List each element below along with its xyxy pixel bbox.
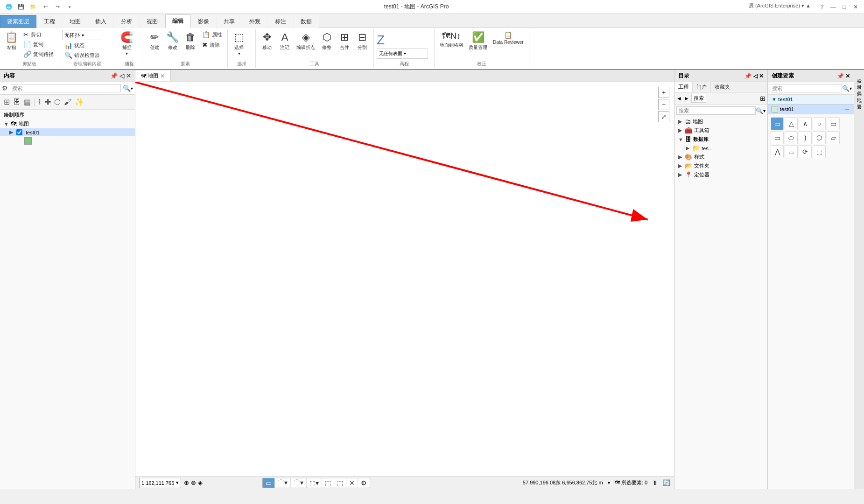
cf-group-test01[interactable]: ▼ test01 [768,95,854,105]
surface-dropdown[interactable]: 无任何表面 ▾ [377,49,428,59]
cf-arrow-icon[interactable]: → [843,105,850,113]
cf-tool-rect2[interactable]: ▭ [827,117,840,130]
cf-tool-ellipse[interactable]: ⬭ [785,131,798,144]
rsp-feature-btn[interactable]: 要素 [855,98,864,104]
catalog-tab-project[interactable]: 工程 [674,82,693,92]
rsp-geo-btn[interactable]: 地理 [855,91,864,97]
coord-dropdown[interactable]: ▾ [608,480,610,485]
save-btn[interactable]: 💾 [16,2,26,12]
catalog-pin-btn[interactable]: 📌 [745,73,752,79]
catalog-item-locator[interactable]: ▶ 📍 定位器 [674,170,767,179]
draw-select1-btn[interactable]: ⬚ [322,478,334,488]
cf-tool-freehand[interactable]: ⟳ [799,145,812,158]
clear-btn[interactable]: ✖ 清除 [200,40,225,49]
tab-feature-layer[interactable]: 要素图层 [0,15,36,28]
catalog-search-btn[interactable]: 搜索 [691,94,706,103]
tb-filter-icon[interactable]: ▦ [23,97,32,107]
layer-expand-test01[interactable]: ▶ [9,129,13,135]
minimize-btn[interactable]: — [829,2,838,12]
snap-btn[interactable]: 🧲 捕捉 ▾ [118,30,135,59]
tb-polygon-icon[interactable]: ⬡ [53,97,62,107]
tab-analysis[interactable]: 分析 [114,15,139,28]
tab-project[interactable]: 工程 [37,15,62,28]
draw-clear-btn[interactable]: ✕ [346,478,358,488]
tab-share[interactable]: 共享 [217,15,242,28]
select-dropdown-arrow[interactable]: ▾ [238,51,240,56]
extent-btn[interactable]: ⤢ [658,111,669,122]
close-panel-btn[interactable]: ✕ [126,72,131,79]
tab-label[interactable]: 标注 [268,15,293,28]
pin-btn[interactable]: 📌 [110,72,118,79]
draw-curve-btn[interactable]: ⌒▾ [291,478,307,488]
catalog-item-toolbox[interactable]: ▶ 🧰 工具箱 [674,126,767,135]
filter-icon[interactable]: ⚙ [2,84,8,92]
open-btn[interactable]: 📁 [28,2,38,12]
rsp-attr-btn[interactable]: 属性 [855,85,864,91]
scale-nav-btn1[interactable]: ⊕ [184,479,189,486]
draw-polygon-btn[interactable]: ▭ [263,478,275,488]
cf-tool-curve[interactable]: ) [799,131,812,144]
modify-feature-btn[interactable]: 🔧 修改 [164,30,181,59]
catalog-item-folder[interactable]: ▶ 📂 文件夹 [674,161,767,170]
scale-nav-btn2[interactable]: ⊗ [191,479,196,486]
copy-btn[interactable]: 📄 复制 [21,40,56,49]
move-btn[interactable]: ✥ 移动 [259,30,275,59]
catalog-item-tes[interactable]: ▶ 📁 tes... [674,144,767,153]
tb-wand-icon[interactable]: ✨ [74,97,85,107]
catalog-item-map[interactable]: ▶ 🗂 地图 [674,117,767,126]
map-tab-close[interactable]: ✕ [160,73,165,79]
catalog-tab-favorites[interactable]: 收藏夹 [711,82,734,92]
catalog-search-icon[interactable]: 🔍 [756,107,763,114]
catalog-view-btn[interactable]: ⊞ [760,95,766,102]
scale-display[interactable]: 1:162,111,765 ▾ [139,478,181,488]
tb-db-icon[interactable]: 🗄 [12,97,21,107]
undo-btn[interactable]: ↩ [40,2,50,12]
rsp-search-btn[interactable]: 搜索 [855,72,864,77]
cf-tool-rect3[interactable]: ▭ [771,131,784,144]
delete-feature-btn[interactable]: 🗑 删除 [182,30,199,59]
cf-pin-btn[interactable]: 📌 [837,73,844,79]
cf-tool-rect[interactable]: ▭ [771,117,784,130]
maximize-btn[interactable]: □ [840,2,849,12]
topology-dropdown[interactable]: 无拓扑 ▾ [62,30,102,40]
cf-item-test01[interactable]: test01 → [768,105,854,114]
map-canvas[interactable]: + − ⤢ [135,82,674,476]
cf-tool-poly2[interactable]: ▱ [827,131,840,144]
catalog-search-dropdown[interactable]: ▾ [763,108,766,113]
catalog-back-btn[interactable]: ◄ [676,95,682,102]
catalog-close-btn[interactable]: ✕ [759,73,764,79]
cf-tool-triangle[interactable]: △ [785,117,798,130]
pause-btn[interactable]: ⏸ [652,479,658,486]
cf-tool-star[interactable]: ⋀ [771,145,784,158]
collapse-btn[interactable]: ◁ [119,72,124,79]
cf-search-icon[interactable]: 🔍 [842,85,850,92]
select-btn[interactable]: ⬚ 选择 ▾ [231,30,247,59]
catalog-collapse-btn[interactable]: ◁ [753,73,758,79]
merge-btn[interactable]: ⊞ 合并 [336,30,353,59]
copy-path-btn[interactable]: 🔗 复制路径 [21,49,56,59]
tab-view[interactable]: 视图 [140,15,165,28]
paste-btn[interactable]: 📋 粘贴 [3,30,20,59]
refresh-btn[interactable]: 🔄 [663,479,670,486]
layer-check-test01[interactable] [16,129,22,135]
layer-expand-map[interactable]: ▼ [4,121,9,127]
cf-tool-sketch[interactable]: ⌓ [785,145,798,158]
search-dropdown-arrow[interactable]: ▾ [131,86,133,91]
draw-settings-btn[interactable]: ⚙ [358,478,370,488]
attributes-btn[interactable]: 📋 属性 [200,30,225,39]
scale-dropdown-arrow[interactable]: ▾ [176,480,179,486]
cf-tool-circle[interactable]: ○ [813,117,826,130]
draw-select2-btn[interactable]: ⬚ [334,478,346,488]
cf-search-input[interactable] [770,84,842,92]
catalog-fwd-btn[interactable]: ► [684,95,689,102]
tab-appearance[interactable]: 外观 [242,15,267,28]
tab-imagery[interactable]: 影像 [191,15,216,28]
split-btn[interactable]: ⊟ 分割 [354,30,371,59]
cf-tool-split[interactable]: ⬚ [813,145,826,158]
cut-btn[interactable]: ✂ 剪切 [21,30,56,39]
redo-btn[interactable]: ↪ [52,2,63,12]
tab-edit[interactable]: 编辑 [165,14,190,28]
tb-paint-icon[interactable]: 🖌 [63,97,72,107]
edit-vertices-btn[interactable]: ◈ 编辑折点 [294,30,317,59]
layer-item-map[interactable]: ▼ 🗺 地图 [0,119,135,128]
